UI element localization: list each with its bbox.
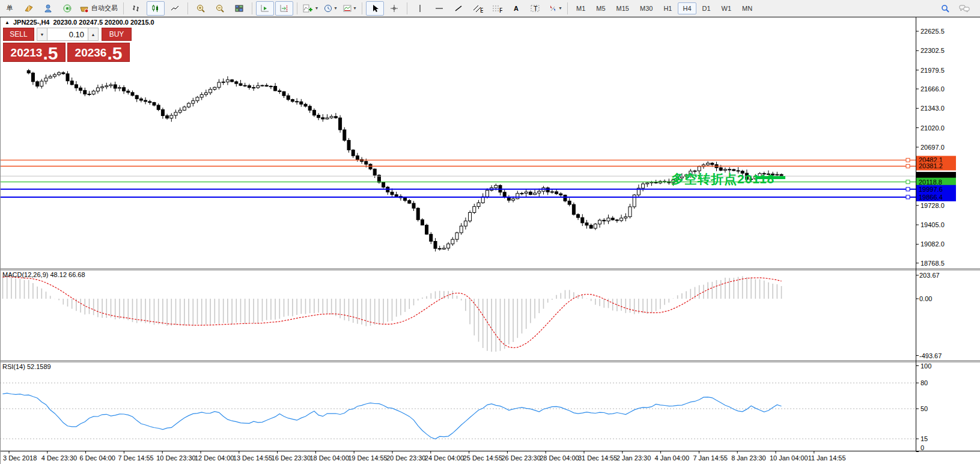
period-clock-icon[interactable]: ▾ bbox=[321, 1, 339, 16]
autotrading-label: 自动交易 bbox=[91, 4, 118, 13]
new-order-button[interactable]: 单 bbox=[1, 1, 19, 16]
crosshair-icon[interactable] bbox=[385, 1, 403, 16]
svg-text:-493.67: -493.67 bbox=[919, 352, 942, 359]
chevron-down-icon[interactable]: ▾ bbox=[315, 5, 318, 11]
auto-scroll-icon[interactable] bbox=[256, 1, 274, 16]
toolbar-separator bbox=[252, 2, 252, 14]
search-icon[interactable] bbox=[936, 1, 954, 16]
ask-price-main: 20236 bbox=[75, 46, 107, 60]
chart-ohlc-readout: 20230.0 20247.5 20200.0 20215.0 bbox=[53, 19, 154, 26]
signals-icon[interactable] bbox=[58, 1, 76, 16]
one-click-trading-panel: SELL ▼ 0.10 ▲ BUY 20213 .5 20236 .5 bbox=[3, 28, 132, 62]
collapse-panel-icon[interactable]: ▲ bbox=[5, 20, 10, 25]
svg-text:0.00: 0.00 bbox=[919, 295, 932, 302]
tab-timeframe-m1[interactable]: M1 bbox=[571, 2, 590, 14]
chart-symbol-period: JPN225-,H4 bbox=[13, 19, 50, 26]
ask-price-fraction: .5 bbox=[107, 46, 122, 61]
svg-text:0: 0 bbox=[921, 444, 924, 451]
tile-windows-icon[interactable] bbox=[230, 1, 248, 16]
svg-text:F: F bbox=[499, 7, 502, 13]
bid-price-main: 20213 bbox=[11, 46, 43, 60]
svg-text:13 Dec 14:55: 13 Dec 14:55 bbox=[233, 454, 272, 462]
svg-text:21020.0: 21020.0 bbox=[921, 124, 945, 132]
svg-text:6 Dec 04:00: 6 Dec 04:00 bbox=[80, 454, 115, 462]
svg-text:24 Dec 04:00: 24 Dec 04:00 bbox=[425, 454, 464, 462]
svg-text:19082.0: 19082.0 bbox=[921, 240, 945, 248]
annotation-trend-segment[interactable] bbox=[755, 176, 785, 179]
svg-text:31 Dec 14:55: 31 Dec 14:55 bbox=[578, 454, 617, 462]
chevron-down-icon[interactable]: ▾ bbox=[335, 5, 337, 11]
add-indicator-icon[interactable]: ▾ bbox=[301, 1, 320, 16]
volume-increase-button[interactable]: ▲ bbox=[88, 28, 99, 41]
svg-text:28 Dec 04:00: 28 Dec 04:00 bbox=[540, 454, 579, 462]
volume-input[interactable]: 0.10 bbox=[47, 28, 88, 41]
trendline-tool-icon[interactable] bbox=[449, 1, 467, 16]
ask-price-panel[interactable]: 20236 .5 bbox=[67, 43, 130, 62]
horizontal-line-tool-icon[interactable] bbox=[430, 1, 448, 16]
chart-shift-icon[interactable] bbox=[275, 1, 293, 16]
svg-text:10 Jan 04:00: 10 Jan 04:00 bbox=[770, 454, 808, 462]
bid-price-fraction: .5 bbox=[43, 46, 58, 61]
svg-text:11 Jan 14:55: 11 Jan 14:55 bbox=[808, 454, 846, 462]
bar-chart-icon[interactable] bbox=[127, 1, 145, 16]
svg-text:20697.0: 20697.0 bbox=[921, 144, 945, 151]
svg-text:21666.0: 21666.0 bbox=[921, 85, 945, 93]
tab-timeframe-h4[interactable]: H4 bbox=[678, 2, 696, 14]
svg-text:20118.8: 20118.8 bbox=[919, 179, 942, 186]
svg-text:E: E bbox=[480, 7, 483, 13]
chevron-down-icon[interactable]: ▾ bbox=[354, 5, 356, 11]
toolbar-separator bbox=[567, 2, 568, 14]
vertical-line-tool-icon[interactable] bbox=[411, 1, 429, 16]
svg-text:4 Jan 04:00: 4 Jan 04:00 bbox=[655, 454, 690, 462]
svg-text:25 Dec 14:55: 25 Dec 14:55 bbox=[463, 454, 502, 462]
tab-timeframe-mn[interactable]: MN bbox=[737, 2, 757, 14]
volume-decrease-button[interactable]: ▼ bbox=[37, 28, 47, 41]
tab-timeframe-m30[interactable]: M30 bbox=[635, 2, 657, 14]
navigator-icon[interactable] bbox=[39, 1, 57, 16]
tab-timeframe-w1[interactable]: W1 bbox=[717, 2, 737, 14]
svg-text:50: 50 bbox=[921, 405, 928, 412]
fibonacci-tool-icon[interactable]: F bbox=[488, 1, 506, 16]
svg-text:20 Dec 23:30: 20 Dec 23:30 bbox=[386, 454, 425, 462]
macd-indicator-label: MACD(12,26,9) 48.12 66.68 bbox=[2, 271, 85, 278]
tab-timeframe-d1[interactable]: D1 bbox=[698, 2, 716, 14]
toolbar-separator bbox=[297, 2, 297, 14]
zoom-in-icon[interactable] bbox=[192, 1, 210, 16]
mt4-terminal: { "toolbar": { "new_order_label": "单", "… bbox=[0, 0, 980, 464]
svg-text:8 Jan 23:30: 8 Jan 23:30 bbox=[731, 454, 766, 462]
template-icon[interactable]: ▾ bbox=[340, 1, 358, 16]
tab-timeframe-h1[interactable]: H1 bbox=[659, 2, 677, 14]
autotrading-button[interactable]: 自动交易 bbox=[78, 1, 120, 16]
buy-button[interactable]: BUY bbox=[102, 28, 132, 41]
svg-text:19405.0: 19405.0 bbox=[921, 221, 945, 228]
svg-text:26 Dec 23:30: 26 Dec 23:30 bbox=[501, 454, 540, 462]
equidistant-channel-tool-icon[interactable]: E bbox=[469, 1, 487, 16]
market-watch-icon[interactable] bbox=[20, 1, 38, 16]
svg-text:100: 100 bbox=[921, 362, 931, 370]
zoom-out-icon[interactable] bbox=[211, 1, 229, 16]
svg-text:7 Dec 14:55: 7 Dec 14:55 bbox=[118, 454, 153, 462]
svg-text:203.67: 203.67 bbox=[919, 272, 940, 279]
chart-annotation-text[interactable]: 多空转折点20118 bbox=[671, 171, 775, 188]
chevron-down-icon[interactable]: ▾ bbox=[559, 5, 562, 11]
bid-price-panel[interactable]: 20213 .5 bbox=[3, 43, 65, 62]
tab-timeframe-m5[interactable]: M5 bbox=[591, 2, 610, 14]
cursor-icon[interactable] bbox=[366, 1, 384, 16]
arrow-objects-icon[interactable]: ▾ bbox=[546, 1, 564, 16]
text-tool-icon[interactable]: A bbox=[507, 1, 525, 16]
svg-text:19728.0: 19728.0 bbox=[921, 202, 945, 209]
line-chart-icon[interactable] bbox=[166, 1, 184, 16]
toolbar: 单 自动交易 ▾ ▾ bbox=[0, 0, 980, 17]
text-label-tool-icon[interactable]: T bbox=[526, 1, 544, 16]
toolbar-separator bbox=[407, 2, 407, 14]
toolbar-separator bbox=[187, 2, 188, 14]
svg-text:A: A bbox=[514, 5, 519, 12]
svg-text:T: T bbox=[534, 5, 538, 12]
chat-icon[interactable] bbox=[955, 1, 973, 16]
toolbar-separator bbox=[362, 2, 362, 14]
chart-canvas[interactable]: 22625.522302.521979.521666.021343.021020… bbox=[0, 0, 980, 464]
sell-button[interactable]: SELL bbox=[3, 28, 34, 41]
tab-timeframe-m15[interactable]: M15 bbox=[612, 2, 634, 14]
svg-text:7 Jan 14:55: 7 Jan 14:55 bbox=[693, 454, 728, 462]
candlestick-chart-icon[interactable] bbox=[147, 1, 165, 16]
